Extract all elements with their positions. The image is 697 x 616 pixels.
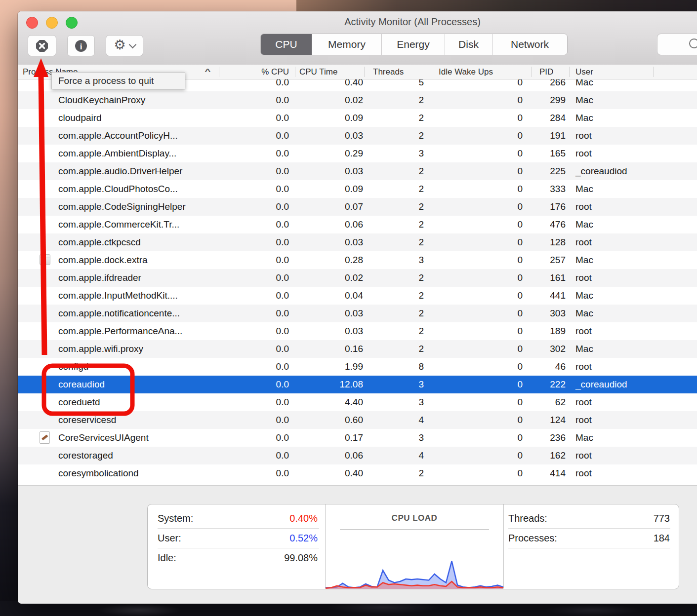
tab-disk[interactable]: Disk [445, 34, 492, 55]
search-input[interactable] [657, 34, 697, 55]
cpu-time-value: 0.29 [294, 145, 363, 162]
table-row[interactable]: com.apple.ifdreader 0.0 0.02 2 0 161 roo… [18, 269, 697, 287]
column-header-cpu-time[interactable]: CPU Time [299, 65, 337, 79]
tab-energy[interactable]: Energy [382, 34, 445, 55]
cpu-time-value: 0.03 [294, 127, 363, 145]
table-row[interactable]: com.apple.PerformanceAna... 0.0 0.03 2 0… [18, 322, 697, 340]
table-row[interactable]: com.apple.audio.DriverHelper 0.0 0.03 2 … [18, 162, 697, 180]
close-window-button[interactable] [26, 17, 38, 29]
cpu-time-value: 0.02 [294, 91, 363, 109]
process-name: com.apple.AccountPolicyH... [58, 127, 178, 145]
settings-menu-button[interactable]: ⚙ [106, 35, 143, 56]
cpu-time-value: 0.06 [294, 216, 363, 233]
idle-cpu-value: 99.08% [284, 548, 318, 568]
pid-value: 225 [512, 162, 566, 180]
cpu-time-value: 0.03 [294, 322, 363, 340]
threads-value: 4 [364, 411, 424, 429]
table-row[interactable]: com.apple.AccountPolicyH... 0.0 0.03 2 0… [18, 127, 697, 145]
column-divider [653, 67, 654, 77]
table-row[interactable]: coreaudiod 0.0 12.08 3 0 222 _coreaudiod [18, 376, 697, 393]
table-row[interactable]: com.apple.notificationcente... 0.0 0.03 … [18, 305, 697, 322]
cpu-percent-value: 0.0 [225, 322, 289, 340]
idle-wake-ups-value: 0 [443, 216, 523, 233]
column-header-user[interactable]: User [575, 65, 593, 79]
cpu-load-title: CPU LOAD [326, 513, 503, 523]
table-row[interactable]: coreservicesd 0.0 0.60 4 0 124 root [18, 411, 697, 429]
cpu-percent-value: 0.0 [225, 447, 289, 464]
table-row[interactable]: com.apple.AmbientDisplay... 0.0 0.29 3 0… [18, 145, 697, 162]
pid-value: 46 [512, 358, 566, 376]
cpu-percent-value: 0.0 [225, 269, 289, 287]
force-quit-button[interactable] [28, 35, 56, 56]
table-row[interactable]: corestoraged 0.0 0.06 4 0 162 root [18, 447, 697, 464]
process-icon [40, 431, 50, 444]
cpu-time-value: 0.40 [294, 464, 363, 482]
cpu-percent-value: 0.0 [225, 411, 289, 429]
threads-value: 773 [654, 508, 670, 528]
process-name: corestoraged [58, 447, 113, 464]
process-icon [40, 269, 53, 287]
user-value: Mac [575, 216, 593, 233]
cpu-time-value: 4.40 [294, 393, 363, 411]
table-row[interactable]: coresymbolicationd 0.0 0.40 2 0 414 root [18, 464, 697, 482]
column-divider [569, 67, 570, 77]
column-header-idle-wake-ups[interactable]: Idle Wake Ups [439, 65, 493, 79]
idle-wake-ups-value: 0 [443, 287, 523, 305]
process-name: coreduetd [58, 393, 100, 411]
table-row[interactable]: com.apple.InputMethodKit.... 0.0 0.04 2 … [18, 287, 697, 305]
idle-wake-ups-value: 0 [443, 393, 523, 411]
cpu-percent-value: 0.0 [225, 180, 289, 198]
cpu-time-value: 0.16 [294, 340, 363, 358]
gear-icon: ⚙ [114, 38, 125, 52]
inspect-process-button[interactable]: i [67, 35, 95, 56]
user-value: root [575, 393, 592, 411]
table-row[interactable]: com.apple.CommerceKit.Tr... 0.0 0.06 2 0… [18, 216, 697, 233]
user-value: root [575, 198, 592, 216]
cpu-time-value: 0.02 [294, 269, 363, 287]
pid-value: 284 [512, 109, 566, 127]
column-header-threads[interactable]: Threads [373, 65, 404, 79]
threads-value: 3 [364, 376, 424, 393]
table-row[interactable]: CloudKeychainProxy 0.0 0.02 2 0 299 Mac [18, 91, 697, 109]
process-icon [40, 358, 53, 376]
table-row[interactable]: coreduetd 0.0 4.40 3 0 62 root [18, 393, 697, 411]
table-row[interactable]: com.apple.wifi.proxy 0.0 0.16 2 0 302 Ma… [18, 340, 697, 358]
process-table-body: 0.0 0.40 5 0 266 Mac CloudKeychainProxy … [18, 74, 697, 482]
tab-cpu[interactable]: CPU [261, 34, 312, 55]
table-row[interactable]: com.apple.dock.extra 0.0 0.28 3 0 257 Ma… [18, 251, 697, 269]
table-row[interactable]: configd 0.0 1.99 8 0 46 root [18, 358, 697, 376]
idle-wake-ups-value: 0 [443, 305, 523, 322]
table-row[interactable]: com.apple.CodeSigningHelper 0.0 0.07 2 0… [18, 198, 697, 216]
window-title: Activity Monitor (All Processes) [344, 16, 481, 28]
pid-value: 302 [512, 340, 566, 358]
tab-memory[interactable]: Memory [312, 34, 382, 55]
process-icon [40, 340, 53, 358]
table-row[interactable]: com.apple.CloudPhotosCo... 0.0 0.09 2 0 … [18, 180, 697, 198]
minimize-window-button[interactable] [46, 17, 58, 29]
zoom-window-button[interactable] [66, 17, 78, 29]
column-divider [219, 67, 219, 77]
table-row[interactable]: cloudpaird 0.0 0.09 2 0 284 Mac [18, 109, 697, 127]
column-divider [430, 67, 430, 77]
cpu-percent-value: 0.0 [225, 429, 289, 447]
cpu-percent-value: 0.0 [225, 305, 289, 322]
activity-monitor-window: Activity Monitor (All Processes) i ⚙ CPU… [18, 11, 697, 603]
pid-value: 189 [512, 322, 566, 340]
pid-value: 236 [512, 429, 566, 447]
quit-octagon-x-icon [35, 39, 49, 53]
threads-value: 3 [364, 145, 424, 162]
table-row[interactable]: com.apple.ctkpcscd 0.0 0.03 2 0 128 root [18, 233, 697, 251]
tab-network[interactable]: Network [492, 34, 567, 55]
user-value: Mac [575, 287, 593, 305]
column-divider [531, 67, 532, 77]
process-icon [40, 411, 53, 429]
column-header-cpu[interactable]: % CPU [225, 65, 289, 79]
cpu-time-value: 0.09 [294, 180, 363, 198]
process-name: CoreServicesUIAgent [58, 429, 149, 447]
user-value: root [575, 145, 592, 162]
threads-value: 4 [364, 447, 424, 464]
table-row[interactable]: CoreServicesUIAgent 0.0 0.17 3 0 236 Mac [18, 429, 697, 447]
user-value: Mac [575, 305, 593, 322]
column-header-pid[interactable]: PID [539, 65, 553, 79]
cpu-load-rule [340, 529, 489, 530]
